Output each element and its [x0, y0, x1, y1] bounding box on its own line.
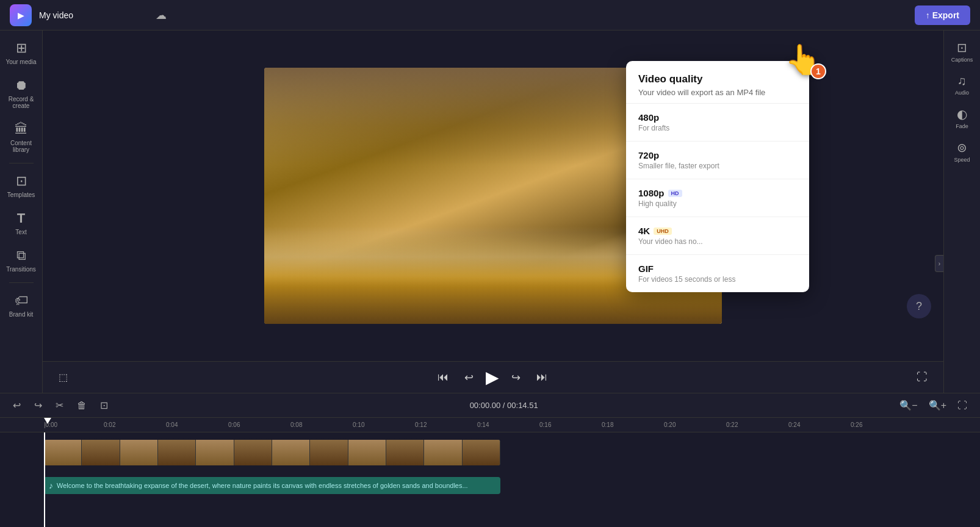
ruler-mark-22: 0:22 [726, 421, 738, 428]
playhead-triangle [44, 418, 51, 424]
thumb-seg-7 [272, 440, 310, 465]
thumb-seg-12 [463, 440, 500, 465]
playback-bar: ⬚ ⏮ ↩ ▶ ↪ ⏭ ⛶ [43, 361, 943, 393]
ruler-mark-18: 0:18 [602, 421, 613, 428]
right-sidebar-item-captions[interactable]: ⊡ Captions [945, 35, 979, 68]
video-title-input[interactable] [39, 10, 146, 20]
uhd-badge: UHD [654, 228, 672, 235]
sidebar-label-record: Record &create [9, 96, 34, 109]
ruler-mark-4: 0:04 [166, 421, 178, 428]
help-button[interactable]: ? [907, 294, 931, 318]
thumb-seg-2 [82, 440, 120, 465]
sidebar-item-templates[interactable]: ⊡ Templates [2, 168, 40, 203]
timeline-ruler: |0:00 0:02 0:04 0:06 0:08 0:10 0:12 0:14… [0, 418, 980, 432]
topbar: ▶ ☁ ↑ Export [0, 0, 980, 30]
redo-button[interactable]: ↪ [31, 398, 45, 413]
undo-button[interactable]: ↩ [10, 398, 24, 413]
thumb-seg-9 [348, 440, 386, 465]
hd-badge: HD [668, 190, 682, 197]
export-option-name-gif: GIF [638, 264, 797, 274]
thumb-seg-8 [310, 440, 348, 465]
library-icon: 🏛 [15, 121, 28, 137]
export-panel-subtitle: Your video will export as an MP4 file [638, 88, 797, 97]
sidebar-label-templates: Templates [7, 192, 35, 198]
rewind-button[interactable]: ↩ [461, 368, 477, 387]
save-icon: ☁ [153, 6, 169, 24]
topbar-right: ↑ Export [915, 5, 970, 25]
playback-left: ⬚ [55, 369, 71, 385]
zoom-in-button[interactable]: 🔍+ [926, 398, 949, 413]
sidebar-label-transitions: Transitions [6, 266, 36, 273]
right-sidebar-label-fade: Fade [956, 123, 968, 129]
ruler-mark-20: 0:20 [664, 421, 676, 428]
thumb-seg-6 [234, 440, 272, 465]
export-panel: Video quality Your video will export as … [626, 61, 809, 292]
sidebar-item-content-library[interactable]: 🏛 Contentlibrary [2, 117, 40, 158]
cut-button[interactable]: ✂ [52, 398, 67, 413]
export-option-gif[interactable]: GIF For videos 15 seconds or less [626, 255, 809, 292]
timeline-area: ↩ ↪ ✂ 🗑 ⊡ 00:00.00 / 00:14.51 🔍− 🔍+ ⛶ |0… [0, 393, 980, 527]
skip-back-button[interactable]: ⏮ [434, 368, 452, 386]
delete-button[interactable]: 🗑 [74, 398, 90, 413]
right-sidebar-label-speed: Speed [954, 157, 970, 163]
sidebar-item-your-media[interactable]: ⊞ Your media [2, 35, 40, 70]
ruler-mark-26: 0:26 [851, 421, 862, 428]
forward-button[interactable]: ↪ [508, 368, 524, 387]
playhead-line [44, 432, 45, 527]
duplicate-button[interactable]: ⊡ [97, 398, 111, 413]
thumb-seg-3 [120, 440, 158, 465]
sidebar-item-transitions[interactable]: ⧉ Transitions [2, 243, 40, 278]
audio-track-label: Welcome to the breathtaking expanse of t… [57, 482, 468, 489]
skip-forward-button[interactable]: ⏭ [533, 368, 551, 386]
captions-icon: ⊡ [957, 40, 967, 55]
audio-track-content[interactable]: ♪ Welcome to the breathtaking expanse of… [44, 477, 500, 494]
center-panel: Video quality Your video will export as … [43, 30, 943, 393]
export-option-desc-480p: For drafts [638, 124, 797, 132]
right-sidebar-label-audio: Audio [955, 90, 969, 96]
fit-button[interactable]: ⛶ [954, 398, 970, 413]
audio-track-icon: ♪ [49, 481, 53, 490]
sidebar-item-record[interactable]: ⏺ Record &create [2, 73, 40, 114]
zoom-out-button[interactable]: 🔍− [896, 398, 920, 413]
right-sidebar-label-captions: Captions [951, 57, 973, 63]
right-sidebar-collapse[interactable]: › [935, 255, 943, 272]
media-icon: ⊞ [16, 40, 27, 56]
app-logo: ▶ [10, 4, 32, 26]
fullscreen-button[interactable]: ⛶ [913, 368, 931, 386]
right-sidebar-item-audio[interactable]: ♫ Audio [945, 69, 979, 101]
timeline-toolbar: ↩ ↪ ✂ 🗑 ⊡ 00:00.00 / 00:14.51 🔍− 🔍+ ⛶ [0, 393, 980, 418]
subtitle-toggle-button[interactable]: ⬚ [55, 369, 71, 385]
sidebar-item-text[interactable]: T Text [2, 206, 40, 240]
play-button[interactable]: ▶ [486, 367, 499, 387]
playback-center: ⏮ ↩ ▶ ↪ ⏭ [434, 367, 551, 387]
main-layout: ⊞ Your media ⏺ Record &create 🏛 Contentl… [0, 30, 980, 393]
thumb-seg-1 [44, 440, 82, 465]
export-option-4k[interactable]: 4K UHD Your video has no... [626, 217, 809, 255]
right-sidebar-item-speed[interactable]: ⊚ Speed [945, 135, 979, 168]
export-option-name-720p: 720p [638, 150, 797, 160]
export-option-1080p[interactable]: 1080p HD High quality [626, 179, 809, 217]
left-sidebar: ⊞ Your media ⏺ Record &create 🏛 Contentl… [0, 30, 43, 393]
export-option-desc-4k: Your video has no... [638, 237, 797, 246]
export-option-720p[interactable]: 720p Smaller file, faster export [626, 142, 809, 179]
timeline-toolbar-right: 🔍− 🔍+ ⛶ [896, 398, 970, 413]
topbar-left: ▶ ☁ [10, 4, 169, 26]
video-thumbnails [44, 440, 500, 465]
ruler-mark-16: 0:16 [539, 421, 551, 428]
ruler-mark-2: 0:02 [104, 421, 115, 428]
ruler-mark-6: 0:06 [228, 421, 240, 428]
video-track-content[interactable] [44, 440, 500, 465]
sidebar-label-content-library: Contentlibrary [10, 140, 32, 153]
export-option-480p[interactable]: 480p For drafts [626, 104, 809, 142]
sidebar-divider [9, 163, 34, 163]
export-button[interactable]: ↑ Export [915, 5, 970, 25]
video-track [0, 437, 980, 468]
ruler-mark-14: 0:14 [477, 421, 489, 428]
right-sidebar-item-fade[interactable]: ◐ Fade [945, 102, 979, 134]
sidebar-item-brand-kit[interactable]: 🏷 Brand kit [2, 288, 40, 323]
preview-area: Video quality Your video will export as … [43, 30, 943, 361]
thumb-seg-5 [196, 440, 234, 465]
export-option-name-4k: 4K UHD [638, 226, 797, 236]
cursor-badge-1: 1 [810, 63, 826, 79]
sidebar-label-text: Text [15, 229, 26, 235]
